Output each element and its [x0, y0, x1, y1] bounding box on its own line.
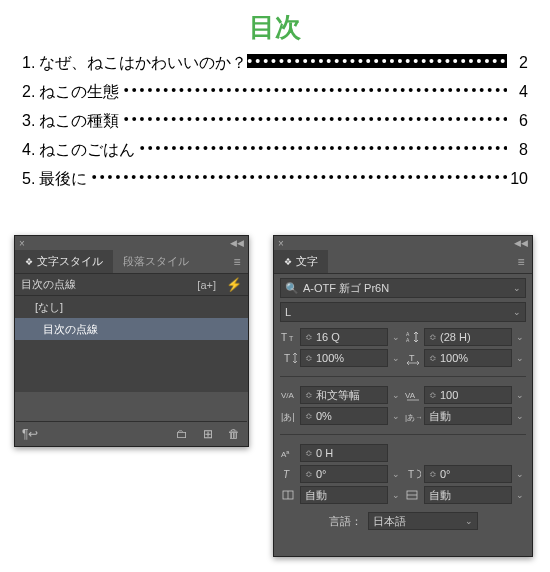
kerning-icon: V/A — [280, 388, 298, 402]
stepper-icon[interactable]: ≎ — [429, 353, 437, 363]
font-size-input[interactable]: ≎ 16 Q — [300, 328, 388, 346]
tracking-icon: VA — [404, 388, 422, 402]
character-styles-panel: × ◀◀ ❖ 文字スタイル 段落スタイル ≡ 目次の点線 [a+] ⚡ [なし]… — [14, 235, 249, 447]
font-weight-value: L — [285, 306, 509, 318]
stepper-icon[interactable]: ≎ — [429, 332, 437, 342]
toc-row: 1. なぜ、ねこはかわいいのか？ •••••••••••••••••••••••… — [22, 53, 528, 74]
language-label: 言語： — [329, 514, 362, 529]
tracking-input[interactable]: ≎ 100 — [424, 386, 512, 404]
clear-override-icon[interactable]: ¶↩ — [22, 427, 36, 441]
toc-num: 5. — [22, 170, 35, 188]
close-icon[interactable]: × — [274, 238, 288, 249]
chevron-down-icon[interactable]: ⌄ — [390, 469, 402, 479]
stepper-icon[interactable]: ≎ — [305, 390, 313, 400]
close-icon[interactable]: × — [15, 238, 29, 249]
table-of-contents: 1. なぜ、ねこはかわいいのか？ •••••••••••••••••••••••… — [0, 53, 550, 212]
tab-character-styles[interactable]: ❖ 文字スタイル — [15, 250, 113, 273]
chevron-down-icon[interactable]: ⌄ — [514, 353, 526, 363]
grid-jidori-select[interactable]: 自動 — [300, 486, 388, 504]
skew-input[interactable]: ≎ 0° — [300, 465, 388, 483]
svg-text:T: T — [283, 469, 290, 480]
style-label: [なし] — [35, 300, 63, 315]
language-select[interactable]: 日本語 ⌄ — [368, 512, 478, 530]
svg-text:|あ→: |あ→ — [405, 413, 421, 422]
kerning-select[interactable]: ≎ 和文等幅 — [300, 386, 388, 404]
svg-text:VA: VA — [405, 391, 416, 400]
stepper-icon[interactable]: ≎ — [305, 469, 313, 479]
page-title: 目次 — [0, 0, 550, 53]
collapse-icon[interactable]: ◀◀ — [514, 238, 528, 248]
tab-character[interactable]: ❖ 文字 — [274, 250, 328, 273]
chevron-down-icon[interactable]: ⌄ — [390, 332, 402, 342]
svg-text:T: T — [284, 353, 290, 364]
stepper-icon[interactable]: ≎ — [305, 332, 313, 342]
leading-input[interactable]: ≎ (28 H) — [424, 328, 512, 346]
horizontal-scale-input[interactable]: ≎ 100% — [424, 349, 512, 367]
chevron-down-icon[interactable]: ⌄ — [390, 353, 402, 363]
stepper-icon[interactable]: ≎ — [429, 390, 437, 400]
baseline-shift-input[interactable]: ≎ 0 H — [300, 444, 388, 462]
grid-gyoudori-icon — [404, 488, 422, 502]
char-rotation-value: 0° — [440, 468, 451, 480]
style-item-selected[interactable]: 目次の点線 — [15, 318, 248, 340]
stepper-icon[interactable]: ≎ — [305, 353, 313, 363]
chevron-down-icon[interactable]: ⌄ — [514, 332, 526, 342]
chevron-down-icon[interactable]: ⌄ — [390, 390, 402, 400]
svg-text:T: T — [289, 335, 294, 342]
toc-num: 4. — [22, 141, 35, 159]
quick-apply-icon[interactable]: ⚡ — [226, 277, 242, 292]
aki-before-select[interactable]: 自動 — [424, 407, 512, 425]
language-value: 日本語 — [373, 514, 465, 529]
panel-menu-icon[interactable]: ≡ — [510, 250, 532, 273]
tsume-input[interactable]: ≎ 0% — [300, 407, 388, 425]
toc-num: 1. — [22, 54, 35, 72]
toc-page: 6 — [510, 112, 528, 130]
font-family-select[interactable]: 🔍 A-OTF 新ゴ Pr6N ⌄ — [280, 278, 526, 298]
stepper-icon[interactable]: ≎ — [429, 469, 437, 479]
char-rotation-input[interactable]: ≎ 0° — [424, 465, 512, 483]
tab-paragraph-styles[interactable]: 段落スタイル — [113, 250, 199, 273]
chevron-down-icon[interactable]: ⌄ — [514, 469, 526, 479]
toc-page: 10 — [510, 170, 528, 188]
toc-text: ねこの生態 — [39, 82, 119, 103]
create-new-icon[interactable]: ⊞ — [201, 427, 215, 441]
panel-menu-icon[interactable]: ≡ — [226, 250, 248, 273]
skew-value: 0° — [316, 468, 327, 480]
chevron-down-icon[interactable]: ⌄ — [390, 411, 402, 421]
svg-text:|あ|: |あ| — [281, 412, 295, 422]
chevron-down-icon[interactable]: ⌄ — [390, 490, 402, 500]
chevron-down-icon[interactable]: ⌄ — [514, 390, 526, 400]
new-group-icon[interactable]: [a+] — [197, 279, 216, 291]
stepper-icon[interactable]: ≎ — [305, 448, 313, 458]
toc-row: 3. ねこの種類 •••••••••••••••••••••••••••••••… — [22, 111, 528, 132]
collapse-icon[interactable]: ◀◀ — [230, 238, 244, 248]
tab-label: 段落スタイル — [123, 254, 189, 269]
style-item-none[interactable]: [なし] — [15, 296, 248, 318]
toc-row: 5. 最後に •••••••••••••••••••••••••••••••••… — [22, 169, 528, 190]
grid-gyoudori-select[interactable]: 自動 — [424, 486, 512, 504]
toc-text: ねこの種類 — [39, 111, 119, 132]
chevron-down-icon[interactable]: ⌄ — [514, 411, 526, 421]
character-panel: × ◀◀ ❖ 文字 ≡ 🔍 A-OTF 新ゴ Pr6N ⌄ L ⌄ — [273, 235, 533, 557]
chevron-down-icon[interactable]: ⌄ — [514, 490, 526, 500]
tsume-icon: |あ| — [280, 409, 298, 423]
svg-text:A: A — [406, 337, 410, 343]
grid-jidori-value: 自動 — [305, 488, 327, 503]
toc-row: 2. ねこの生態 •••••••••••••••••••••••••••••••… — [22, 82, 528, 103]
aki-before-icon: |あ→ — [404, 409, 422, 423]
grid-gyoudori-value: 自動 — [429, 488, 451, 503]
toc-page: 4 — [510, 83, 528, 101]
trash-icon[interactable]: 🗑 — [227, 427, 241, 441]
font-size-icon: TT — [280, 330, 298, 344]
toc-leader: ••••••••••••••••••••••••••••••••• — [247, 54, 507, 68]
vertical-scale-input[interactable]: ≎ 100% — [300, 349, 388, 367]
stepper-icon[interactable]: ≎ — [305, 411, 313, 421]
disclosure-icon: ❖ — [284, 257, 292, 267]
font-weight-select[interactable]: L ⌄ — [280, 302, 526, 322]
folder-icon[interactable]: 🗀 — [175, 427, 189, 441]
svg-text:T: T — [281, 332, 287, 343]
tab-label: 文字スタイル — [37, 254, 103, 269]
toc-num: 2. — [22, 83, 35, 101]
toc-text: ねこのごはん — [39, 140, 135, 161]
tracking-value: 100 — [440, 389, 458, 401]
